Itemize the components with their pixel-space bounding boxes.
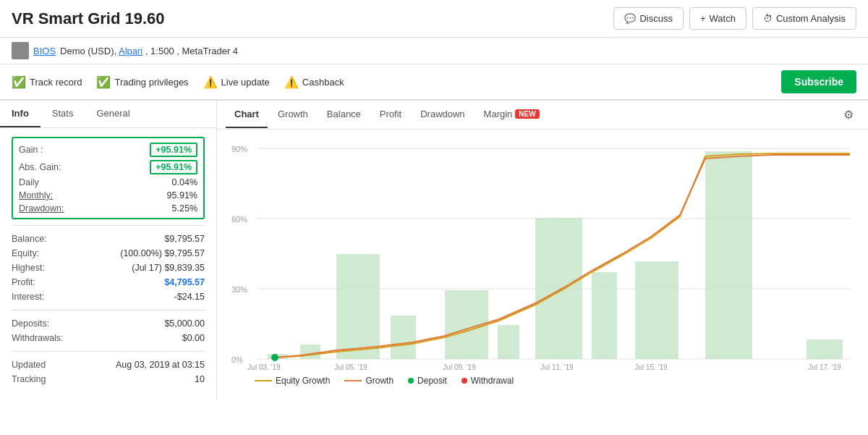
custom-analysis-button[interactable]: ⏱ Custom Analysis	[752, 7, 856, 30]
equity-value: (100.00%) $9,795.57	[120, 248, 205, 258]
balance-label: Balance:	[12, 234, 47, 244]
daily-value: 0.04%	[172, 177, 197, 187]
avatar	[12, 42, 29, 59]
account-info: Demo (USD), Alpari , 1:500 , MetaTrader …	[60, 46, 238, 56]
chart-area: 0% 30% 60% 90% 120%	[217, 130, 868, 394]
filter-icon[interactable]: ⚙	[838, 101, 859, 129]
equity-growth-line-icon	[255, 380, 272, 381]
svg-rect-11	[336, 254, 380, 359]
svg-rect-16	[592, 272, 617, 359]
highest-value: (Jul 17) $9,839.35	[132, 263, 205, 273]
drawdown-label[interactable]: Drawdown:	[19, 203, 64, 214]
deposits-section: Deposits: $5,000.00 Withdrawals: $0.00	[12, 316, 205, 345]
broker-link[interactable]: Alpari	[119, 46, 142, 56]
balance-section: Balance: $9,795.57 Equity: (100.00%) $9,…	[12, 232, 205, 304]
equity-label: Equity:	[12, 248, 39, 258]
svg-text:Jul 05, '19: Jul 05, '19	[334, 363, 367, 370]
username-link[interactable]: BIOS	[33, 46, 56, 56]
tab-stats[interactable]: Stats	[41, 101, 85, 127]
legend-withdrawal: Withdrawal	[461, 376, 514, 386]
abs-gain-value: +95.91%	[150, 160, 197, 174]
divider-3	[12, 351, 205, 352]
svg-rect-12	[391, 316, 416, 359]
deposit-dot-icon	[408, 378, 414, 384]
tab-info[interactable]: Info	[0, 101, 41, 127]
discuss-icon: 💬	[624, 13, 636, 24]
chart-tab-margin[interactable]: Margin NEW	[475, 101, 548, 128]
tracking-label: Tracking	[12, 374, 46, 384]
svg-text:Jul 11, '19: Jul 11, '19	[540, 363, 574, 370]
deposits-row: Deposits: $5,000.00	[12, 316, 205, 331]
deposits-label: Deposits:	[12, 318, 49, 329]
svg-rect-15	[535, 218, 582, 359]
left-tabs: Info Stats General	[0, 101, 216, 128]
highest-row: Highest: (Jul 17) $9,839.35	[12, 261, 205, 275]
trading-privileges-check-icon: ✅	[96, 75, 111, 89]
daily-label: Daily	[19, 177, 39, 187]
svg-text:60%: 60%	[231, 215, 247, 224]
monthly-value: 95.91%	[167, 190, 197, 200]
svg-text:Jul 03, '19: Jul 03, '19	[247, 363, 281, 370]
updated-row: Updated Aug 03, 2019 at 03:15	[12, 358, 205, 372]
svg-text:0%: 0%	[231, 355, 243, 364]
live-update-warn-icon: ⚠️	[203, 75, 218, 89]
withdrawals-value: $0.00	[182, 333, 205, 343]
chart-tab-profit[interactable]: Profit	[371, 101, 410, 128]
tracking-section: Updated Aug 03, 2019 at 03:15 Tracking 1…	[12, 358, 205, 387]
gain-group: Gain : +95.91% Abs. Gain: +95.91% Daily …	[12, 137, 205, 219]
deposits-value: $5,000.00	[164, 318, 205, 329]
badges-left: ✅ Track record ✅ Trading privileges ⚠️ L…	[12, 75, 344, 89]
svg-rect-19	[807, 339, 843, 359]
updated-value: Aug 03, 2019 at 03:15	[116, 360, 205, 370]
chart-tab-chart[interactable]: Chart	[226, 101, 268, 128]
svg-text:90%: 90%	[231, 145, 247, 153]
drawdown-value: 5.25%	[172, 203, 197, 214]
legend-growth: Growth	[344, 376, 393, 386]
cashback-badge: ⚠️ Cashback	[284, 75, 344, 89]
chart-tab-balance[interactable]: Balance	[318, 101, 370, 128]
subscribe-button[interactable]: Subscribe	[781, 70, 856, 93]
track-record-check-icon: ✅	[12, 75, 26, 89]
updated-label: Updated	[12, 360, 46, 370]
svg-rect-17	[635, 261, 678, 359]
daily-row: Daily 0.04%	[19, 176, 197, 189]
cashback-warn-icon: ⚠️	[284, 75, 299, 89]
subheader: BIOS Demo (USD), Alpari , 1:500 , MetaTr…	[0, 38, 868, 64]
page-header: VR Smart Grid 19.60 💬 Discuss + Watch ⏱ …	[0, 0, 868, 38]
balance-row: Balance: $9,795.57	[12, 232, 205, 246]
tracking-row: Tracking 10	[12, 372, 205, 387]
gain-label: Gain :	[19, 145, 43, 155]
discuss-button[interactable]: 💬 Discuss	[613, 7, 684, 30]
chart-tab-drawdown[interactable]: Drawdown	[412, 101, 473, 128]
interest-value: -$24.15	[174, 292, 205, 302]
chart-svg-container: 0% 30% 60% 90% 120%	[229, 138, 856, 370]
gain-row: Gain : +95.91%	[19, 141, 197, 159]
legend-equity-growth: Equity Growth	[255, 376, 330, 386]
profit-row: Profit: $4,795.57	[12, 275, 205, 290]
chart-svg: 0% 30% 60% 90% 120%	[229, 138, 856, 370]
withdrawals-row: Withdrawals: $0.00	[12, 331, 205, 345]
svg-rect-18	[705, 151, 752, 359]
main-content: Info Stats General Gain : +95.91% Abs. G…	[0, 100, 868, 400]
svg-text:Jul 09, '19: Jul 09, '19	[443, 363, 476, 370]
margin-new-badge: NEW	[515, 109, 539, 119]
monthly-label[interactable]: Monthly:	[19, 190, 53, 200]
profit-value: $4,795.57	[164, 277, 205, 287]
highest-label: Highest:	[12, 263, 45, 273]
divider-1	[12, 225, 205, 226]
chart-tab-growth[interactable]: Growth	[269, 101, 317, 128]
withdrawal-dot-icon	[461, 378, 467, 384]
svg-text:30%: 30%	[231, 285, 247, 294]
balance-value: $9,795.57	[164, 234, 205, 244]
tab-general[interactable]: General	[85, 101, 141, 127]
watch-button[interactable]: + Watch	[689, 7, 746, 30]
tracking-value: 10	[195, 374, 205, 384]
gain-value: +95.91%	[150, 143, 197, 157]
svg-rect-10	[300, 345, 320, 359]
divider-2	[12, 310, 205, 311]
interest-label: Interest:	[12, 292, 44, 302]
abs-gain-label: Abs. Gain:	[19, 162, 61, 172]
header-actions: 💬 Discuss + Watch ⏱ Custom Analysis	[613, 7, 856, 30]
svg-point-20	[271, 354, 278, 361]
clock-icon: ⏱	[763, 13, 773, 24]
